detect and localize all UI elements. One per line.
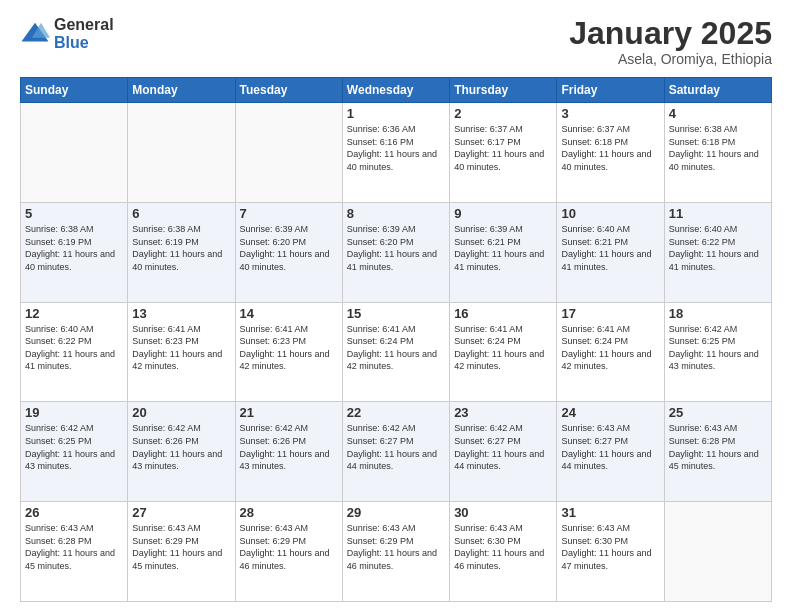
col-header-monday: Monday	[128, 78, 235, 103]
calendar-cell	[21, 103, 128, 203]
day-number: 20	[132, 405, 230, 420]
day-number: 11	[669, 206, 767, 221]
day-info: Sunrise: 6:43 AMSunset: 6:29 PMDaylight:…	[240, 522, 338, 572]
page: General Blue January 2025 Asela, Oromiya…	[0, 0, 792, 612]
calendar-header-row: SundayMondayTuesdayWednesdayThursdayFrid…	[21, 78, 772, 103]
calendar-table: SundayMondayTuesdayWednesdayThursdayFrid…	[20, 77, 772, 602]
day-number: 23	[454, 405, 552, 420]
day-info: Sunrise: 6:43 AMSunset: 6:28 PMDaylight:…	[669, 422, 767, 472]
logo-icon	[20, 19, 50, 49]
day-number: 17	[561, 306, 659, 321]
day-number: 8	[347, 206, 445, 221]
day-number: 22	[347, 405, 445, 420]
day-info: Sunrise: 6:37 AMSunset: 6:17 PMDaylight:…	[454, 123, 552, 173]
calendar-cell: 29Sunrise: 6:43 AMSunset: 6:29 PMDayligh…	[342, 502, 449, 602]
calendar-cell: 26Sunrise: 6:43 AMSunset: 6:28 PMDayligh…	[21, 502, 128, 602]
day-info: Sunrise: 6:43 AMSunset: 6:29 PMDaylight:…	[347, 522, 445, 572]
calendar-cell: 27Sunrise: 6:43 AMSunset: 6:29 PMDayligh…	[128, 502, 235, 602]
day-number: 3	[561, 106, 659, 121]
day-info: Sunrise: 6:40 AMSunset: 6:22 PMDaylight:…	[25, 323, 123, 373]
day-info: Sunrise: 6:42 AMSunset: 6:27 PMDaylight:…	[454, 422, 552, 472]
calendar-cell: 14Sunrise: 6:41 AMSunset: 6:23 PMDayligh…	[235, 302, 342, 402]
col-header-sunday: Sunday	[21, 78, 128, 103]
day-info: Sunrise: 6:41 AMSunset: 6:23 PMDaylight:…	[240, 323, 338, 373]
calendar-cell: 6Sunrise: 6:38 AMSunset: 6:19 PMDaylight…	[128, 202, 235, 302]
day-info: Sunrise: 6:36 AMSunset: 6:16 PMDaylight:…	[347, 123, 445, 173]
calendar-cell	[128, 103, 235, 203]
calendar-cell: 28Sunrise: 6:43 AMSunset: 6:29 PMDayligh…	[235, 502, 342, 602]
calendar-cell: 5Sunrise: 6:38 AMSunset: 6:19 PMDaylight…	[21, 202, 128, 302]
col-header-saturday: Saturday	[664, 78, 771, 103]
day-info: Sunrise: 6:39 AMSunset: 6:20 PMDaylight:…	[347, 223, 445, 273]
day-number: 21	[240, 405, 338, 420]
day-number: 27	[132, 505, 230, 520]
calendar-cell: 2Sunrise: 6:37 AMSunset: 6:17 PMDaylight…	[450, 103, 557, 203]
day-number: 26	[25, 505, 123, 520]
day-number: 13	[132, 306, 230, 321]
calendar-cell: 31Sunrise: 6:43 AMSunset: 6:30 PMDayligh…	[557, 502, 664, 602]
col-header-tuesday: Tuesday	[235, 78, 342, 103]
calendar-cell	[235, 103, 342, 203]
title-area: January 2025 Asela, Oromiya, Ethiopia	[569, 16, 772, 67]
calendar-cell: 21Sunrise: 6:42 AMSunset: 6:26 PMDayligh…	[235, 402, 342, 502]
calendar-cell: 11Sunrise: 6:40 AMSunset: 6:22 PMDayligh…	[664, 202, 771, 302]
day-info: Sunrise: 6:43 AMSunset: 6:27 PMDaylight:…	[561, 422, 659, 472]
day-number: 4	[669, 106, 767, 121]
calendar-cell: 15Sunrise: 6:41 AMSunset: 6:24 PMDayligh…	[342, 302, 449, 402]
day-info: Sunrise: 6:43 AMSunset: 6:30 PMDaylight:…	[561, 522, 659, 572]
day-info: Sunrise: 6:38 AMSunset: 6:19 PMDaylight:…	[132, 223, 230, 273]
calendar-cell: 25Sunrise: 6:43 AMSunset: 6:28 PMDayligh…	[664, 402, 771, 502]
week-row-5: 26Sunrise: 6:43 AMSunset: 6:28 PMDayligh…	[21, 502, 772, 602]
day-number: 30	[454, 505, 552, 520]
col-header-friday: Friday	[557, 78, 664, 103]
day-info: Sunrise: 6:40 AMSunset: 6:22 PMDaylight:…	[669, 223, 767, 273]
day-info: Sunrise: 6:41 AMSunset: 6:23 PMDaylight:…	[132, 323, 230, 373]
calendar-cell	[664, 502, 771, 602]
day-number: 14	[240, 306, 338, 321]
day-info: Sunrise: 6:42 AMSunset: 6:25 PMDaylight:…	[25, 422, 123, 472]
calendar-cell: 24Sunrise: 6:43 AMSunset: 6:27 PMDayligh…	[557, 402, 664, 502]
logo-blue: Blue	[54, 34, 114, 52]
day-number: 31	[561, 505, 659, 520]
calendar-cell: 10Sunrise: 6:40 AMSunset: 6:21 PMDayligh…	[557, 202, 664, 302]
day-number: 25	[669, 405, 767, 420]
calendar-cell: 22Sunrise: 6:42 AMSunset: 6:27 PMDayligh…	[342, 402, 449, 502]
calendar-cell: 1Sunrise: 6:36 AMSunset: 6:16 PMDaylight…	[342, 103, 449, 203]
main-title: January 2025	[569, 16, 772, 51]
day-number: 15	[347, 306, 445, 321]
logo-general: General	[54, 16, 114, 34]
day-info: Sunrise: 6:38 AMSunset: 6:19 PMDaylight:…	[25, 223, 123, 273]
logo: General Blue	[20, 16, 114, 51]
week-row-2: 5Sunrise: 6:38 AMSunset: 6:19 PMDaylight…	[21, 202, 772, 302]
day-number: 19	[25, 405, 123, 420]
day-info: Sunrise: 6:42 AMSunset: 6:27 PMDaylight:…	[347, 422, 445, 472]
week-row-1: 1Sunrise: 6:36 AMSunset: 6:16 PMDaylight…	[21, 103, 772, 203]
calendar-cell: 16Sunrise: 6:41 AMSunset: 6:24 PMDayligh…	[450, 302, 557, 402]
day-number: 18	[669, 306, 767, 321]
day-info: Sunrise: 6:41 AMSunset: 6:24 PMDaylight:…	[347, 323, 445, 373]
day-info: Sunrise: 6:38 AMSunset: 6:18 PMDaylight:…	[669, 123, 767, 173]
subtitle: Asela, Oromiya, Ethiopia	[569, 51, 772, 67]
day-number: 10	[561, 206, 659, 221]
day-info: Sunrise: 6:39 AMSunset: 6:21 PMDaylight:…	[454, 223, 552, 273]
day-info: Sunrise: 6:43 AMSunset: 6:29 PMDaylight:…	[132, 522, 230, 572]
week-row-4: 19Sunrise: 6:42 AMSunset: 6:25 PMDayligh…	[21, 402, 772, 502]
col-header-wednesday: Wednesday	[342, 78, 449, 103]
calendar-cell: 12Sunrise: 6:40 AMSunset: 6:22 PMDayligh…	[21, 302, 128, 402]
calendar-cell: 3Sunrise: 6:37 AMSunset: 6:18 PMDaylight…	[557, 103, 664, 203]
day-info: Sunrise: 6:42 AMSunset: 6:25 PMDaylight:…	[669, 323, 767, 373]
day-info: Sunrise: 6:40 AMSunset: 6:21 PMDaylight:…	[561, 223, 659, 273]
calendar-cell: 13Sunrise: 6:41 AMSunset: 6:23 PMDayligh…	[128, 302, 235, 402]
day-number: 28	[240, 505, 338, 520]
day-info: Sunrise: 6:39 AMSunset: 6:20 PMDaylight:…	[240, 223, 338, 273]
day-info: Sunrise: 6:43 AMSunset: 6:30 PMDaylight:…	[454, 522, 552, 572]
calendar-cell: 30Sunrise: 6:43 AMSunset: 6:30 PMDayligh…	[450, 502, 557, 602]
day-info: Sunrise: 6:42 AMSunset: 6:26 PMDaylight:…	[240, 422, 338, 472]
col-header-thursday: Thursday	[450, 78, 557, 103]
day-info: Sunrise: 6:37 AMSunset: 6:18 PMDaylight:…	[561, 123, 659, 173]
day-number: 24	[561, 405, 659, 420]
day-number: 16	[454, 306, 552, 321]
day-number: 6	[132, 206, 230, 221]
week-row-3: 12Sunrise: 6:40 AMSunset: 6:22 PMDayligh…	[21, 302, 772, 402]
calendar-cell: 7Sunrise: 6:39 AMSunset: 6:20 PMDaylight…	[235, 202, 342, 302]
